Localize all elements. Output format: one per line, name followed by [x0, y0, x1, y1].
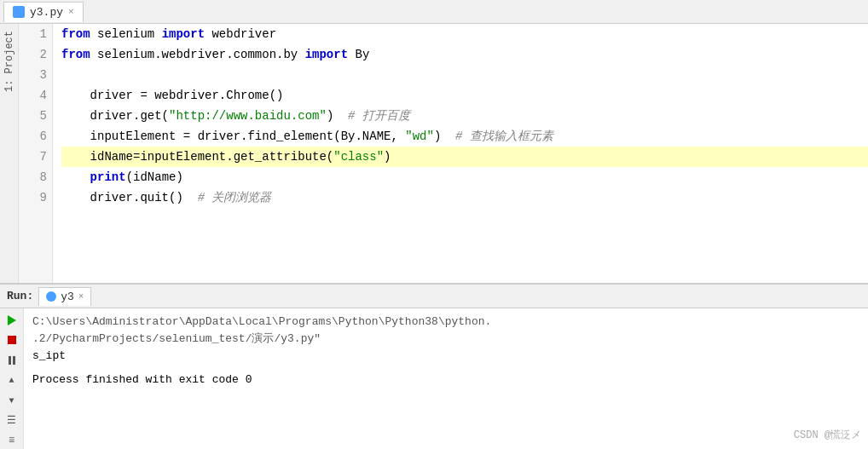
file-tab[interactable]: y3.py ×	[3, 2, 84, 22]
watermark: CSDN @慌泛メ	[794, 428, 861, 442]
pause-icon	[9, 356, 15, 365]
line-number-1: 1	[24, 24, 47, 44]
sidebar-label: 1: Project	[3, 31, 15, 92]
code-text: driver.get(	[61, 109, 169, 123]
line-number-3: 3	[24, 65, 47, 85]
line-number-4: 4	[24, 85, 47, 106]
tab-bar: y3.py ×	[0, 0, 868, 24]
code-text: )	[327, 109, 348, 123]
format-button[interactable]	[3, 412, 20, 429]
run-label: Run:	[3, 290, 33, 302]
run-toolbar	[0, 308, 24, 449]
string-wd: "wd"	[405, 130, 434, 143]
format2-button[interactable]	[3, 432, 20, 449]
line-numbers: 1 2 3 4 5 6 7 8 9	[19, 24, 53, 283]
pause-button[interactable]	[3, 352, 20, 369]
keyword-from-2: from	[61, 48, 90, 61]
code-text: idName=inputElement.get_attribute(	[61, 150, 333, 164]
output-path-line2: .2/PycharmProjects/selenium_test/演示/y3.p…	[32, 331, 859, 348]
line-number-6: 6	[24, 126, 47, 147]
scroll-up-button[interactable]	[3, 372, 20, 389]
sidebar-indicator[interactable]: 1: Project	[0, 24, 19, 283]
keyword-import-1: import	[162, 27, 205, 41]
code-text: inputElement = driver.find_element(By.NA…	[61, 130, 405, 143]
line-number-9: 9	[24, 187, 47, 208]
play-icon	[8, 315, 16, 325]
output-result: s_ipt	[32, 348, 859, 365]
code-text	[61, 170, 90, 184]
scroll-down-button[interactable]	[3, 392, 20, 409]
code-text: selenium.webdriver.common.by	[90, 48, 305, 61]
keyword-import-2: import	[305, 48, 348, 61]
code-line-8: print(idName)	[61, 167, 868, 187]
code-text: driver = webdriver.Chrome()	[61, 89, 283, 102]
run-tab-bar: Run: y3 ×	[0, 285, 868, 308]
stop-icon	[8, 336, 16, 344]
code-line-5: driver.get("http://www.baidu.com") # 打开百…	[61, 106, 868, 126]
code-text: )	[434, 130, 455, 143]
output-path-line1: C:\Users\Administrator\AppData\Local\Pro…	[32, 314, 859, 331]
string-url: "http://www.baidu.com"	[169, 109, 327, 123]
run-panel: Run: y3 ×	[0, 283, 868, 449]
run-tab-label: y3	[61, 291, 74, 303]
stop-button[interactable]	[3, 332, 20, 349]
code-line-6: inputElement = driver.find_element(By.NA…	[61, 126, 868, 147]
line-number-8: 8	[24, 167, 47, 187]
code-line-1: from selenium import webdriver	[61, 24, 868, 44]
code-line-7: idName=inputElement.get_attribute("class…	[61, 147, 868, 167]
python-file-icon	[13, 6, 25, 18]
tab-label: y3.py	[30, 6, 63, 19]
code-text: )	[384, 150, 391, 164]
code-text: selenium	[90, 27, 162, 41]
code-lines[interactable]: from selenium import webdriver from sele…	[53, 24, 868, 283]
run-tab-close[interactable]: ×	[78, 291, 84, 302]
run-tab[interactable]: y3 ×	[38, 287, 91, 306]
play-button[interactable]	[3, 312, 20, 329]
comment-1: # 打开百度	[348, 109, 410, 123]
keyword-from-1: from	[61, 27, 90, 41]
code-line-3	[61, 65, 868, 85]
line-number-5: 5	[24, 106, 47, 126]
code-line-4: driver = webdriver.Chrome()	[61, 85, 868, 106]
comment-2: # 查找输入框元素	[455, 130, 553, 143]
output-finish: Process finished with exit code 0	[32, 371, 859, 389]
comment-3: # 关闭浏览器	[198, 191, 272, 204]
code-text: driver.quit()	[61, 191, 198, 204]
code-line-2: from selenium.webdriver.common.by import…	[61, 44, 868, 65]
code-editor: 1 2 3 4 5 6 7 8 9 from selenium import w…	[19, 24, 868, 283]
editor-area: 1: Project 1 2 3 4 5 6 7 8 9 from seleni…	[0, 24, 868, 283]
string-class: "class"	[333, 150, 384, 164]
line-number-2: 2	[24, 44, 47, 65]
code-text: By	[348, 48, 369, 61]
code-content[interactable]: 1 2 3 4 5 6 7 8 9 from selenium import w…	[19, 24, 868, 283]
tab-close-button[interactable]: ×	[68, 7, 74, 17]
keyword-print: print	[90, 170, 126, 184]
run-output[interactable]: C:\Users\Administrator\AppData\Local\Pro…	[24, 308, 868, 449]
code-text: (idName)	[126, 170, 183, 184]
run-body: C:\Users\Administrator\AppData\Local\Pro…	[0, 308, 868, 449]
code-text: webdriver	[205, 27, 276, 41]
code-line-9: driver.quit() # 关闭浏览器	[61, 187, 868, 208]
line-number-7: 7	[24, 147, 47, 167]
run-tab-icon	[46, 291, 56, 302]
